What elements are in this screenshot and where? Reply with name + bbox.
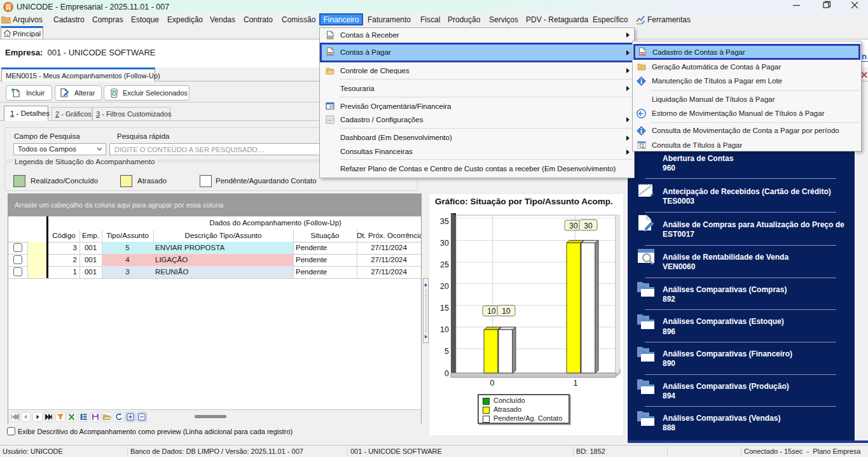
svg-text:10: 10 <box>502 307 511 316</box>
svg-text:10: 10 <box>440 325 449 334</box>
svg-text:5: 5 <box>444 347 449 356</box>
svg-text:20: 20 <box>440 282 449 291</box>
svg-text:0: 0 <box>444 369 449 378</box>
svg-text:30: 30 <box>440 239 449 248</box>
svg-text:25: 25 <box>440 260 449 269</box>
svg-text:30: 30 <box>584 221 593 230</box>
svg-text:1: 1 <box>574 379 578 388</box>
svg-text:0: 0 <box>490 379 495 388</box>
svg-text:15: 15 <box>440 304 449 313</box>
svg-text:30: 30 <box>569 221 578 230</box>
svg-text:35: 35 <box>440 217 449 226</box>
svg-text:10: 10 <box>487 307 496 316</box>
